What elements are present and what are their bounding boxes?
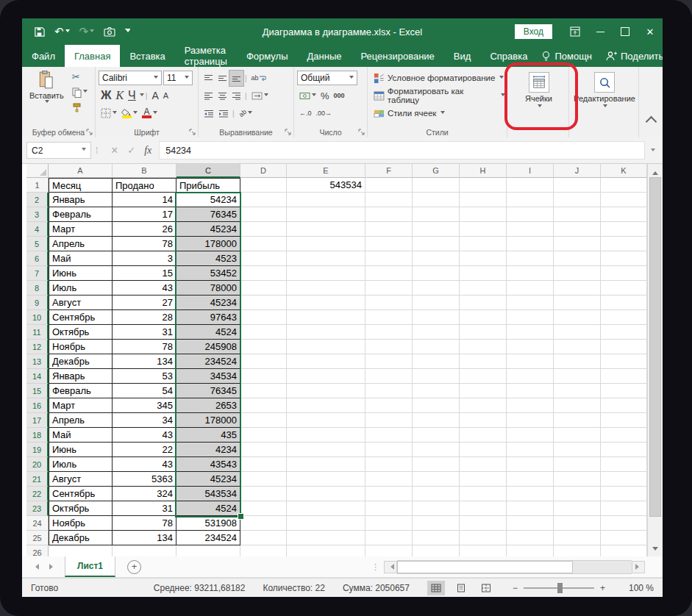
cell-A8[interactable]: Июль xyxy=(49,281,113,296)
cell-H19[interactable] xyxy=(460,443,507,457)
cell-G15[interactable] xyxy=(413,384,460,398)
row-header-3[interactable]: 3 xyxy=(26,207,49,222)
cell-G11[interactable] xyxy=(413,325,460,340)
cell-D11[interactable] xyxy=(240,325,287,340)
column-header-J[interactable]: J xyxy=(554,164,601,178)
cell-K15[interactable] xyxy=(601,384,647,398)
column-header-G[interactable]: G xyxy=(413,164,460,178)
cell-C17[interactable]: 178000 xyxy=(176,413,240,428)
row-header-5[interactable]: 5 xyxy=(26,237,49,251)
row-header-24[interactable]: 24 xyxy=(26,516,49,531)
paste-button[interactable]: Вставить xyxy=(25,69,68,126)
zoom-out-button[interactable]: − xyxy=(513,583,518,593)
cell-F1[interactable] xyxy=(365,178,413,193)
cell-K3[interactable] xyxy=(601,207,647,222)
name-box[interactable]: C2 xyxy=(26,142,91,159)
cell-H1[interactable] xyxy=(460,178,507,193)
cell-D24[interactable] xyxy=(240,516,287,531)
insert-function-icon[interactable]: fx xyxy=(144,145,151,157)
cell-G3[interactable] xyxy=(413,207,460,222)
cell-F3[interactable] xyxy=(365,207,413,222)
cell-H5[interactable] xyxy=(460,237,507,251)
cell-C18[interactable]: 435 xyxy=(176,428,240,443)
zoom-in-button[interactable]: + xyxy=(600,583,605,593)
cell-J2[interactable] xyxy=(554,193,601,207)
cell-K22[interactable] xyxy=(601,487,647,501)
cell-B1[interactable]: Продано xyxy=(113,178,176,193)
cell-B19[interactable]: 22 xyxy=(113,443,176,457)
cell-A21[interactable]: Август xyxy=(49,472,113,487)
horizontal-scroll-thumb[interactable] xyxy=(397,561,573,573)
cell-K11[interactable] xyxy=(601,325,647,340)
cell-H23[interactable] xyxy=(460,501,507,516)
cell-E2[interactable] xyxy=(287,193,365,207)
cell-I11[interactable] xyxy=(507,325,554,340)
column-header-F[interactable]: F xyxy=(365,164,413,178)
cell-C3[interactable]: 76345 xyxy=(176,207,240,222)
scroll-up-icon[interactable] xyxy=(648,165,663,178)
cell-G8[interactable] xyxy=(413,281,460,296)
cell-H25[interactable] xyxy=(460,531,507,545)
cell-F2[interactable] xyxy=(365,193,413,207)
cell-D9[interactable] xyxy=(240,296,287,310)
cell-J12[interactable] xyxy=(554,340,601,354)
cell-D10[interactable] xyxy=(240,310,287,325)
cell-J26[interactable] xyxy=(554,545,601,556)
cell-I18[interactable] xyxy=(507,428,554,443)
cell-G14[interactable] xyxy=(413,369,460,384)
cells-button[interactable]: Ячейки xyxy=(510,71,567,111)
cell-F23[interactable] xyxy=(365,501,413,516)
cell-J11[interactable] xyxy=(554,325,601,340)
cell-K19[interactable] xyxy=(601,443,647,457)
cell-E19[interactable] xyxy=(287,443,365,457)
column-header-I[interactable]: I xyxy=(507,164,554,178)
cell-K23[interactable] xyxy=(601,501,647,516)
underline-caret-icon[interactable] xyxy=(140,93,144,99)
cell-J21[interactable] xyxy=(554,472,601,487)
cell-K2[interactable] xyxy=(601,193,647,207)
customize-qat-button[interactable] xyxy=(125,29,130,35)
cell-I9[interactable] xyxy=(507,296,554,310)
cell-F5[interactable] xyxy=(365,237,413,251)
cell-J22[interactable] xyxy=(554,487,601,501)
cell-B18[interactable]: 43 xyxy=(113,428,176,443)
cell-J23[interactable] xyxy=(554,501,601,516)
cell-D21[interactable] xyxy=(240,472,287,487)
tab-view[interactable]: Вид xyxy=(444,45,481,67)
cell-H14[interactable] xyxy=(460,369,507,384)
cell-I22[interactable] xyxy=(507,487,554,501)
cell-E25[interactable] xyxy=(287,531,365,545)
cell-J17[interactable] xyxy=(554,413,601,428)
cell-H3[interactable] xyxy=(460,207,507,222)
scroll-right-icon[interactable] xyxy=(632,561,645,573)
cell-H26[interactable] xyxy=(460,545,507,556)
align-left-button[interactable] xyxy=(201,88,215,104)
cell-D18[interactable] xyxy=(240,428,287,443)
cell-B10[interactable]: 28 xyxy=(113,310,176,325)
cell-C23[interactable]: 4524 xyxy=(176,501,240,516)
row-header-1[interactable]: 1 xyxy=(26,178,49,193)
cell-D20[interactable] xyxy=(240,457,287,472)
cell-I26[interactable] xyxy=(507,545,554,556)
cell-C9[interactable]: 45234 xyxy=(176,296,240,310)
zoom-slider-thumb[interactable] xyxy=(557,583,563,593)
cell-K9[interactable] xyxy=(601,296,647,310)
cell-K1[interactable] xyxy=(601,178,647,193)
cell-styles-button[interactable]: Стили ячеек xyxy=(388,109,436,118)
cell-H20[interactable] xyxy=(460,457,507,472)
cell-C2[interactable]: 54234 xyxy=(176,193,240,207)
cell-E11[interactable] xyxy=(287,325,365,340)
cell-F9[interactable] xyxy=(365,296,413,310)
editing-button[interactable]: Редактирование xyxy=(572,71,637,111)
signin-button[interactable]: Вход xyxy=(515,24,552,39)
decrease-indent-button[interactable] xyxy=(201,106,216,121)
column-header-B[interactable]: B xyxy=(113,164,176,178)
cell-I25[interactable] xyxy=(507,531,554,545)
cell-D12[interactable] xyxy=(240,340,287,354)
fill-color-button[interactable] xyxy=(119,106,140,121)
row-header-17[interactable]: 17 xyxy=(26,413,49,428)
cell-K14[interactable] xyxy=(601,369,647,384)
conditional-formatting-button[interactable]: Условное форматирование xyxy=(388,74,495,82)
cell-F19[interactable] xyxy=(365,443,413,457)
cell-A10[interactable]: Сентябрь xyxy=(49,310,113,325)
